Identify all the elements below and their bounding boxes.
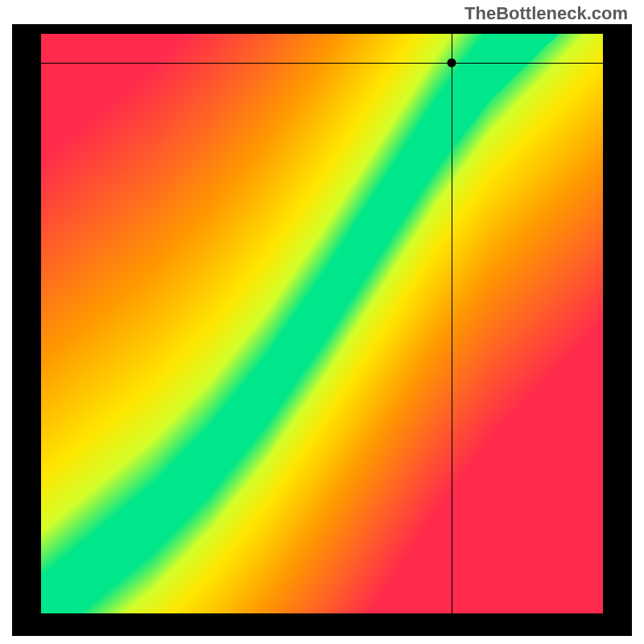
plot-area (41, 34, 603, 613)
crosshair-vertical (452, 34, 452, 613)
chart-container: TheBottleneck.com (0, 0, 644, 644)
marker-dot (447, 59, 456, 68)
crosshair-horizontal (41, 63, 603, 64)
watermark-text: TheBottleneck.com (464, 3, 628, 24)
chart-frame (12, 24, 632, 636)
heatmap-canvas (41, 34, 603, 613)
